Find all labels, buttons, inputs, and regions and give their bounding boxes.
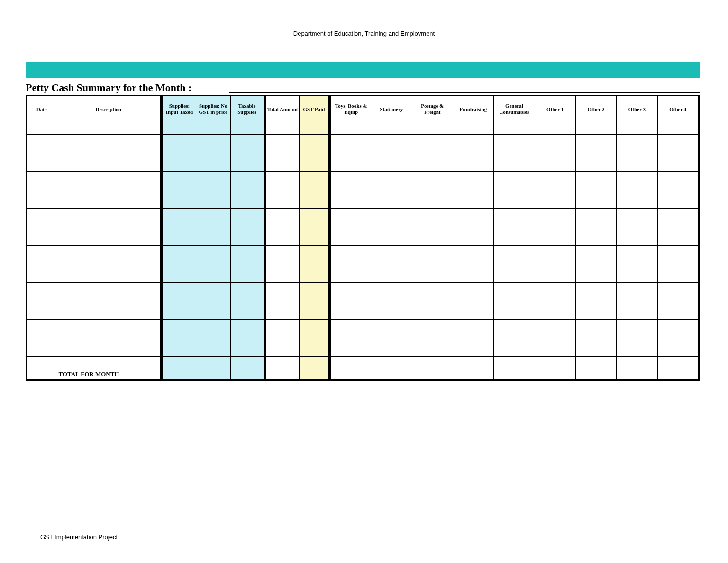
cell[interactable] [196, 246, 230, 258]
cell[interactable] [162, 159, 196, 172]
cell[interactable] [617, 246, 657, 258]
cell[interactable] [657, 246, 698, 258]
cell[interactable] [453, 357, 493, 369]
cell[interactable] [196, 307, 230, 320]
cell[interactable] [412, 209, 453, 221]
cell[interactable] [617, 357, 657, 369]
cell[interactable] [371, 332, 412, 344]
cell[interactable] [299, 184, 330, 196]
cell[interactable] [162, 122, 196, 135]
cell[interactable] [27, 233, 56, 246]
cell[interactable] [617, 122, 657, 135]
cell[interactable] [230, 135, 265, 147]
cell[interactable] [299, 147, 330, 159]
cell[interactable] [162, 147, 196, 159]
cell[interactable] [535, 307, 575, 320]
cell[interactable] [330, 295, 371, 307]
cell[interactable] [535, 196, 575, 209]
cell[interactable] [196, 295, 230, 307]
cell[interactable] [371, 357, 412, 369]
cell[interactable] [657, 159, 698, 172]
cell[interactable] [617, 295, 657, 307]
cell[interactable] [27, 172, 56, 184]
cell[interactable] [535, 344, 575, 357]
cell[interactable] [230, 159, 265, 172]
cell[interactable] [535, 184, 575, 196]
cell[interactable] [56, 295, 162, 307]
cell[interactable] [575, 283, 616, 295]
cell[interactable] [494, 159, 535, 172]
cell[interactable] [453, 295, 493, 307]
cell[interactable] [412, 221, 453, 233]
cell[interactable] [27, 184, 56, 196]
cell[interactable] [494, 320, 535, 332]
cell[interactable] [56, 147, 162, 159]
cell[interactable] [56, 283, 162, 295]
cell[interactable] [617, 184, 657, 196]
cell[interactable] [27, 159, 56, 172]
cell[interactable] [265, 270, 300, 283]
cell[interactable] [412, 357, 453, 369]
cell[interactable] [494, 196, 535, 209]
cell[interactable] [330, 344, 371, 357]
cell[interactable] [535, 209, 575, 221]
cell[interactable] [657, 344, 698, 357]
cell[interactable] [453, 283, 493, 295]
cell[interactable] [265, 233, 300, 246]
cell[interactable] [453, 320, 493, 332]
cell[interactable] [453, 122, 493, 135]
cell[interactable] [617, 344, 657, 357]
cell[interactable] [371, 172, 412, 184]
cell[interactable] [162, 184, 196, 196]
cell[interactable] [453, 233, 493, 246]
cell[interactable] [535, 221, 575, 233]
cell[interactable] [56, 196, 162, 209]
cell[interactable] [412, 172, 453, 184]
cell[interactable] [412, 184, 453, 196]
cell[interactable] [412, 196, 453, 209]
cell[interactable] [494, 307, 535, 320]
cell[interactable] [657, 184, 698, 196]
cell[interactable] [494, 172, 535, 184]
cell[interactable] [575, 196, 616, 209]
cell[interactable] [56, 320, 162, 332]
cell[interactable] [230, 307, 265, 320]
cell[interactable] [657, 283, 698, 295]
cell[interactable] [162, 307, 196, 320]
cell[interactable] [196, 270, 230, 283]
cell[interactable] [162, 332, 196, 344]
cell[interactable] [196, 184, 230, 196]
cell[interactable] [27, 135, 56, 147]
cell[interactable] [453, 246, 493, 258]
cell[interactable] [196, 258, 230, 270]
cell[interactable] [265, 320, 300, 332]
cell[interactable] [617, 172, 657, 184]
cell[interactable] [265, 209, 300, 221]
cell[interactable] [412, 270, 453, 283]
cell[interactable] [299, 295, 330, 307]
cell[interactable] [535, 246, 575, 258]
cell[interactable] [27, 258, 56, 270]
cell[interactable] [162, 221, 196, 233]
cell[interactable] [265, 357, 300, 369]
cell[interactable] [330, 307, 371, 320]
cell[interactable] [453, 221, 493, 233]
cell[interactable] [162, 344, 196, 357]
cell[interactable] [196, 221, 230, 233]
cell[interactable] [494, 332, 535, 344]
cell[interactable] [265, 184, 300, 196]
cell[interactable] [371, 320, 412, 332]
cell[interactable] [299, 344, 330, 357]
cell[interactable] [535, 283, 575, 295]
cell[interactable] [494, 221, 535, 233]
cell[interactable] [299, 221, 330, 233]
cell[interactable] [299, 233, 330, 246]
cell[interactable] [265, 135, 300, 147]
cell[interactable] [56, 135, 162, 147]
cell[interactable] [56, 357, 162, 369]
cell[interactable] [371, 344, 412, 357]
cell[interactable] [330, 209, 371, 221]
cell[interactable] [27, 246, 56, 258]
cell[interactable] [299, 196, 330, 209]
cell[interactable] [230, 283, 265, 295]
